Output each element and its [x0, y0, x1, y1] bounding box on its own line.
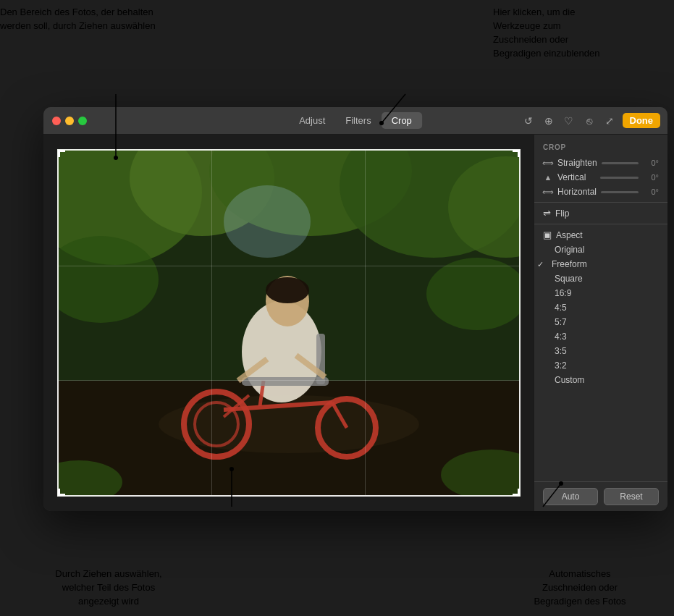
- annotation-bottomleft: Durch Ziehen auswählen,welcher Teil des …: [36, 568, 181, 609]
- aspect-item-freeform[interactable]: Freeform: [534, 257, 667, 271]
- done-button[interactable]: Done: [623, 113, 661, 128]
- annotation-topright: Hier klicken, um dieWerkzeuge zumZuschne…: [493, 6, 652, 60]
- close-button[interactable]: [52, 117, 61, 125]
- favorite-icon[interactable]: ♡: [562, 114, 576, 128]
- aspect-item-45-label: 4:5: [555, 303, 567, 313]
- divider-2: [534, 224, 667, 224]
- horizontal-label: Horizontal: [557, 187, 597, 197]
- divider-1: [534, 202, 667, 203]
- reset-button[interactable]: Reset: [604, 488, 659, 505]
- annotation-topright-text: Hier klicken, um dieWerkzeuge zumZuschne…: [493, 7, 599, 59]
- auto-button[interactable]: Auto: [543, 488, 598, 505]
- rotate-icon[interactable]: ↺: [521, 114, 536, 128]
- aspect-item-57[interactable]: 5:7: [534, 315, 667, 329]
- vertical-icon: ▲: [543, 172, 553, 182]
- annotation-bottomleft-text: Durch Ziehen auswählen,welcher Teil des …: [55, 568, 161, 607]
- svg-point-21: [266, 277, 309, 303]
- aspect-item-45[interactable]: 4:5: [534, 300, 667, 315]
- vertical-label: Vertical: [557, 172, 596, 182]
- aspect-item-original-label: Original: [555, 245, 584, 255]
- flip-label: Flip: [555, 208, 569, 219]
- straighten-row: ⟺ Straighten 0°: [534, 156, 667, 170]
- aspect-item-32-label: 3:2: [555, 360, 567, 371]
- aspect-item-169-label: 16:9: [555, 288, 571, 298]
- share-icon[interactable]: ⎋: [582, 114, 597, 128]
- aspect-item-custom[interactable]: Custom: [534, 373, 667, 387]
- right-panel: CROP ⟺ Straighten 0° ▲ Vertical 0° ⟺ Hor…: [534, 135, 667, 511]
- photo-frame: [57, 149, 521, 497]
- aspect-item-32[interactable]: 3:2: [534, 358, 667, 373]
- straighten-icon: ⟺: [543, 158, 553, 168]
- main-window: Adjust Filters Crop ↺ ⊕ ♡ ⎋ ⤢ Done: [43, 107, 667, 511]
- panel-bottom: Auto Reset: [534, 481, 667, 511]
- aspect-item-43[interactable]: 4:3: [534, 329, 667, 344]
- zoom-icon[interactable]: ⊕: [542, 114, 556, 128]
- aspect-item-57-label: 5:7: [555, 317, 567, 327]
- straighten-value: 0°: [643, 159, 659, 167]
- horizontal-icon: ⟺: [543, 187, 553, 197]
- titlebar-actions: ↺ ⊕ ♡ ⎋ ⤢ Done: [521, 113, 661, 128]
- annotation-bottomright: AutomatischesZuschneiden oderBegradigen …: [507, 568, 652, 609]
- aspect-item-square[interactable]: Square: [534, 271, 667, 286]
- horizontal-value: 0°: [643, 187, 659, 196]
- more-icon[interactable]: ⤢: [602, 114, 617, 128]
- aspect-item-original[interactable]: Original: [534, 242, 667, 257]
- annotation-bottomright-text: AutomatischesZuschneiden oderBegradigen …: [534, 568, 625, 607]
- aspect-item-35[interactable]: 3:5: [534, 344, 667, 358]
- straighten-slider[interactable]: [602, 162, 639, 164]
- minimize-button[interactable]: [65, 117, 74, 125]
- svg-rect-28: [242, 377, 329, 386]
- vertical-value: 0°: [643, 173, 659, 182]
- flip-icon: ⇌: [543, 208, 551, 219]
- svg-point-16: [224, 185, 311, 258]
- aspect-icon: ▣: [543, 229, 552, 240]
- traffic-lights: [43, 117, 87, 125]
- photo-svg: [57, 149, 521, 497]
- photo-area: [43, 135, 534, 511]
- aspect-item-169[interactable]: 16:9: [534, 286, 667, 300]
- aspect-label: Aspect: [556, 230, 583, 240]
- panel-section-label: CROP: [534, 140, 667, 156]
- maximize-button[interactable]: [78, 117, 87, 125]
- tab-crop[interactable]: Crop: [382, 112, 422, 129]
- horizontal-slider[interactable]: [601, 191, 639, 193]
- vertical-row: ▲ Vertical 0°: [534, 170, 667, 185]
- nav-tabs: Adjust Filters Crop: [289, 112, 422, 129]
- straighten-label: Straighten: [557, 158, 597, 168]
- horizontal-row: ⟺ Horizontal 0°: [534, 185, 667, 199]
- aspect-item-square-label: Square: [555, 274, 583, 284]
- aspect-item-43-label: 4:3: [555, 332, 567, 342]
- aspect-item-freeform-label: Freeform: [552, 259, 587, 269]
- tab-adjust[interactable]: Adjust: [289, 112, 335, 129]
- aspect-header: ▣ Aspect: [534, 227, 667, 242]
- tab-filters[interactable]: Filters: [335, 112, 381, 129]
- aspect-item-35-label: 3:5: [555, 346, 567, 356]
- vertical-slider[interactable]: [600, 177, 639, 179]
- flip-row[interactable]: ⇌ Flip: [534, 206, 667, 221]
- annotation-topleft-text: Den Bereich des Fotos, der behalten werd…: [0, 7, 156, 31]
- annotation-topleft: Den Bereich des Fotos, der behalten werd…: [0, 6, 156, 33]
- titlebar: Adjust Filters Crop ↺ ⊕ ♡ ⎋ ⤢ Done: [43, 107, 667, 135]
- content-area: CROP ⟺ Straighten 0° ▲ Vertical 0° ⟺ Hor…: [43, 135, 667, 511]
- aspect-item-custom-label: Custom: [555, 375, 584, 385]
